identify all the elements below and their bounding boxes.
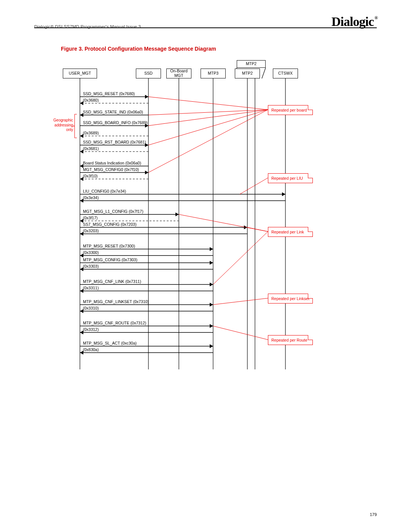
note-board: Repeated per board <box>268 105 313 115</box>
message-label: Board Status Indication (0x06a0) <box>83 161 141 165</box>
note-route: Repeated per Route <box>268 335 313 345</box>
message-label: SSD_MSG_RESET (0x7680) <box>83 91 135 96</box>
message-label: (0x3f10) <box>83 174 98 178</box>
svg-marker-46 <box>210 261 213 265</box>
page-number: 179 <box>370 512 377 517</box>
lane-obm: On-BoardMGT <box>166 69 191 78</box>
svg-line-76 <box>213 326 268 340</box>
header-rule <box>34 27 377 28</box>
message-label: (0x3311) <box>83 286 99 290</box>
svg-line-68 <box>148 110 268 126</box>
svg-marker-58 <box>210 324 213 328</box>
registered-icon: ® <box>374 15 378 21</box>
message-label: SS7_MSG_CONFIG (0x7203) <box>83 222 137 227</box>
message-label: (0x3312) <box>83 327 99 332</box>
message-label: MGT_MSG_L1_CONFIG (0x7f17) <box>83 209 143 214</box>
message-label: (0x3203) <box>83 228 99 233</box>
message-label: MTP_MSG_CNF_LINK (0x7311) <box>83 279 141 284</box>
svg-line-67 <box>148 110 268 115</box>
note-linkset: Repeated per Linkset <box>268 294 313 304</box>
message-label: (0x3681) <box>83 146 99 151</box>
message-label: (0x3310) <box>83 306 99 310</box>
svg-line-73 <box>247 227 268 232</box>
message-label: (0x3303) <box>83 264 99 268</box>
page-header: Dialogic® DSI SS7MD Programmer's Manual … <box>34 14 377 29</box>
lane-mtp3: MTP3 <box>201 69 226 78</box>
message-label: SSD_MSG_BOARD_INFO (0x7689) <box>83 120 148 125</box>
message-label: SSD_MSG_RST_BOARD (0x7681) <box>83 140 146 144</box>
message-label: LIU_CONFIG0 (0x7e34) <box>83 189 126 193</box>
svg-marker-10 <box>145 95 148 99</box>
lane-ssd: SSD <box>136 69 161 78</box>
message-label: MTP_MSG_CONFIG (0x7303) <box>83 257 137 262</box>
message-label: (0x3689) <box>83 131 99 135</box>
svg-marker-54 <box>210 303 213 307</box>
svg-marker-26 <box>145 171 148 174</box>
svg-line-66 <box>148 97 268 110</box>
svg-marker-42 <box>210 247 213 251</box>
message-label: (0x3f17) <box>83 216 98 220</box>
lane-mtp2a: MTP2 <box>235 69 260 78</box>
message-label: MTP_MSG_SL_ACT (0xc30a) <box>83 341 137 345</box>
message-label: (0x3680) <box>83 98 99 102</box>
svg-line-75 <box>213 298 268 305</box>
svg-marker-62 <box>210 344 213 348</box>
figure-title: Figure 3. Protocol Configuration Message… <box>61 46 216 52</box>
side-note-geographic: Geographicaddressingonly <box>49 118 73 133</box>
sequence-diagram: MTP2USER_MGTSSDOn-BoardMGTMTP3MTP2CTSWXS… <box>34 57 377 377</box>
svg-marker-50 <box>210 283 213 286</box>
message-label: (0x830a) <box>83 347 99 352</box>
svg-marker-34 <box>175 212 179 216</box>
header-text: Dialogic® DSI SS7MD Programmer's Manual … <box>34 24 141 29</box>
message-label: (0x3e34) <box>83 195 99 200</box>
page: Dialogic® DSI SS7MD Programmer's Manual … <box>0 0 411 532</box>
svg-marker-30 <box>282 192 285 196</box>
note-link: Repeated per Link <box>268 227 313 237</box>
lane-ctswx: CTSWX <box>273 69 298 78</box>
svg-line-70 <box>148 110 268 173</box>
message-label: SSD_MSG_STATE_IND (0x06a0) <box>83 110 143 114</box>
lane-mtp2-outer: MTP2 <box>237 60 266 68</box>
logo-text: Dialogic <box>331 14 374 29</box>
note-liu: Repeated per LIU <box>268 173 313 183</box>
message-label: MTP_MSG_CNF_LINKSET (0x7310) <box>83 299 149 304</box>
message-label: MTP_MSG_CNF_ROUTE (0x7312) <box>83 321 146 325</box>
svg-line-69 <box>148 110 268 145</box>
message-label: MGT_MSG_CONFIG0 (0x7f10) <box>83 167 139 172</box>
lane-user: USER_MGT <box>63 69 97 78</box>
message-label: MTP_MSG_RESET (0x7300) <box>83 244 135 248</box>
brand-logo: Dialogic® <box>331 14 377 29</box>
svg-line-74 <box>213 232 268 284</box>
svg-line-71 <box>240 178 268 194</box>
message-label: (0x3300) <box>83 250 99 255</box>
svg-line-1 <box>262 68 266 78</box>
